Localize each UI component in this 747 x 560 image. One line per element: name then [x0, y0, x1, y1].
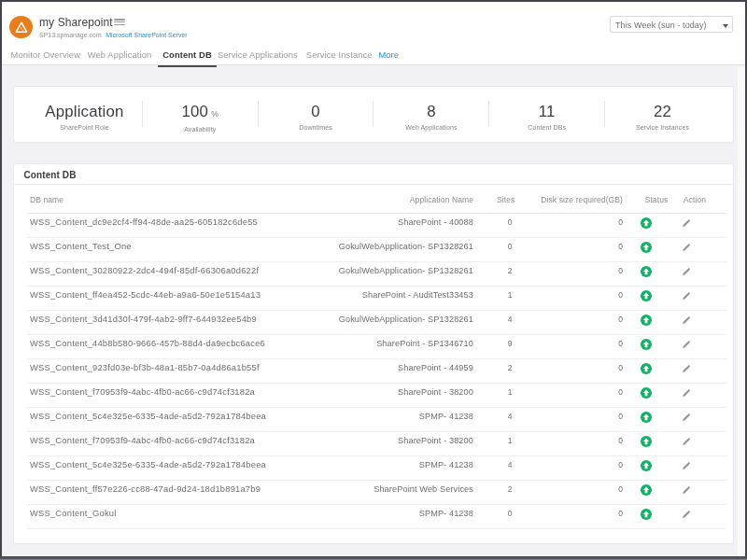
application-name-text: SharePoint - 44959	[398, 359, 473, 377]
cell-status	[626, 480, 674, 504]
edit-pencil-icon[interactable]	[681, 436, 691, 446]
cell-sites: 0	[497, 237, 527, 261]
cell-db-name: WSS_Content_5c4e325e-6335-4ade-a5d2-792a…	[27, 407, 377, 431]
cell-status	[626, 237, 674, 261]
cell-application-name: SharePoint - 40088	[377, 213, 497, 237]
status-up-icon	[641, 266, 652, 277]
host-name: SP13.spmanage.com	[39, 32, 102, 38]
stat-value-text: 22	[654, 103, 671, 120]
edit-pencil-icon[interactable]	[681, 509, 691, 519]
stat-label: Availability	[143, 126, 258, 133]
tab-bar: Monitor OverviewWeb ApplicationContent D…	[7, 45, 404, 66]
cell-sites: 4	[497, 455, 527, 480]
cell-status	[626, 358, 674, 383]
edit-pencil-icon[interactable]	[681, 242, 691, 252]
cell-application-name: SPMP- 41238	[377, 504, 497, 528]
status-up-icon	[641, 387, 652, 399]
cell-status	[626, 261, 674, 286]
stat-value-text: 0	[311, 103, 320, 120]
cell-status	[626, 407, 674, 431]
cell-disk-size: 0	[527, 261, 626, 286]
stat-value-text: 11	[539, 103, 556, 120]
tab-content-db[interactable]: Content DB	[158, 46, 217, 67]
tab-monitor-overview[interactable]: Monitor Overview	[7, 46, 86, 67]
title-row: my Sharepoint	[39, 16, 125, 29]
content-db-card: Content DB DB name Application Name Site…	[13, 163, 734, 544]
table-header-row: DB name Application Name Sites Disk size…	[27, 185, 726, 214]
table-row: WSS_Content_ff57e226-cc88-47ad-9d24-18d1…	[27, 480, 726, 504]
cell-application-name: SPMP- 41238	[377, 455, 497, 480]
stat-value-text: Application	[45, 103, 123, 120]
application-name-text: SPMP- 41238	[419, 408, 473, 426]
cell-db-name: WSS_Content_ff4ea452-5cdc-44eb-a9a6-50e1…	[27, 286, 377, 310]
edit-pencil-icon[interactable]	[681, 266, 691, 276]
time-period-value: This Week (sun - today)	[615, 21, 707, 30]
cell-disk-size: 0	[527, 480, 626, 504]
cell-sites: 1	[497, 431, 527, 455]
stat-value: Application	[27, 104, 142, 120]
stat-value-suffix: %	[211, 109, 218, 119]
hamburger-menu-icon[interactable]	[114, 19, 125, 26]
edit-pencil-icon[interactable]	[681, 217, 691, 228]
status-up-icon	[641, 242, 652, 253]
tab-more[interactable]: More	[374, 46, 403, 67]
application-name-text: GokulWebApplication- SP1328261	[339, 311, 473, 329]
edit-pencil-icon[interactable]	[681, 290, 691, 301]
application-name-text: GokulWebApplication- SP1328261	[339, 238, 473, 256]
tab-web-application[interactable]: Web Application	[83, 46, 157, 67]
cell-disk-size: 0	[527, 213, 626, 237]
cell-action	[674, 431, 726, 455]
edit-pencil-icon[interactable]	[681, 412, 691, 422]
application-name-text: SharePoint Web Services	[374, 481, 473, 498]
cell-sites: 0	[497, 504, 527, 528]
table-row: WSS_Content_Test_OneGokulWebApplication-…	[27, 237, 726, 261]
cell-disk-size: 0	[527, 383, 626, 407]
stat-web-applications: 8Web Applications	[373, 87, 488, 142]
stat-value-text: 8	[427, 103, 436, 120]
cell-db-name: WSS_Content_3d41d30f-479f-4ab2-9ff7-6449…	[27, 310, 377, 334]
table-row: WSS_Content_5c4e325e-6335-4ade-a5d2-792a…	[27, 407, 726, 431]
stat-value: 100%	[143, 104, 258, 122]
table-row: WSS_Content_f70953f9-4abc-4fb0-ac66-c9d7…	[27, 383, 726, 407]
cell-disk-size: 0	[527, 407, 626, 431]
edit-pencil-icon[interactable]	[681, 484, 691, 495]
cell-sites: 9	[497, 334, 527, 358]
cell-db-name: WSS_Content_ff57e226-cc88-47ad-9d24-18d1…	[27, 480, 377, 504]
edit-pencil-icon[interactable]	[681, 339, 691, 349]
cell-action	[674, 407, 726, 431]
tab-service-applications[interactable]: Service Applications	[213, 46, 303, 67]
tab-service-instance[interactable]: Service Instance	[302, 46, 377, 67]
cell-db-name: WSS_Content_dc9e2cf4-ff94-48de-aa25-6051…	[27, 213, 377, 237]
summary-stats-bar: ApplicationSharePoint Role100%Availabili…	[13, 86, 734, 143]
stat-label: Content DBs	[489, 124, 604, 131]
application-name-text: SPMP- 41238	[419, 456, 473, 474]
application-name-text: SharePoint - 40088	[398, 214, 473, 231]
status-up-icon	[641, 484, 652, 496]
edit-pencil-icon[interactable]	[681, 460, 691, 470]
edit-pencil-icon[interactable]	[681, 315, 691, 325]
cell-disk-size: 0	[527, 310, 626, 334]
time-period-dropdown[interactable]: This Week (sun - today)	[610, 16, 733, 33]
monitor-type-link[interactable]: Microsoft SharePoint Server	[106, 32, 188, 38]
cell-action	[674, 261, 726, 286]
cell-db-name: WSS_Content_f70953f9-4abc-4fb0-ac66-c9d7…	[27, 383, 377, 407]
edit-pencil-icon[interactable]	[681, 387, 691, 398]
cell-sites: 2	[497, 261, 527, 286]
cell-action	[674, 310, 726, 334]
cell-db-name: WSS_Content_923fd03e-bf3b-48a1-85b7-0a4d…	[27, 358, 377, 383]
table-row: WSS_Content_923fd03e-bf3b-48a1-85b7-0a4d…	[27, 358, 726, 383]
status-up-icon	[641, 290, 652, 301]
application-name-text: SharePoint - AuditTest33453	[362, 287, 473, 304]
edit-pencil-icon[interactable]	[681, 363, 691, 373]
column-header-disk-size: Disk size required(GB)	[541, 195, 623, 204]
application-name-text: SharePoint - 38200	[398, 432, 473, 450]
status-up-icon	[641, 339, 652, 350]
table-row: WSS_Content_5c4e325e-6335-4ade-a5d2-792a…	[27, 455, 726, 480]
stat-label: Web Applications	[374, 124, 488, 131]
warning-triangle-icon	[14, 21, 29, 35]
column-header-application: Application Name	[410, 195, 473, 204]
cell-application-name: SharePoint Web Services	[377, 480, 497, 504]
cell-sites: 4	[497, 407, 527, 431]
cell-action	[674, 334, 726, 358]
cell-db-name: WSS_Content_30280922-2dc4-494f-85df-6630…	[27, 261, 377, 286]
